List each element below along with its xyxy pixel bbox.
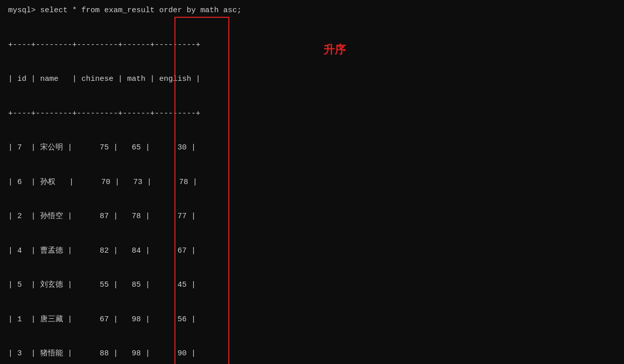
asc-header: | id | name | chinese | math | english | xyxy=(8,74,616,85)
asc-sep-top: +----+--------+---------+------+--------… xyxy=(8,40,616,51)
asc-row-5: | 1 | 唐三藏 | 67 | 98 | 56 | xyxy=(8,314,616,326)
asc-row-2: | 2 | 孙悟空 | 87 | 78 | 77 | xyxy=(8,211,616,223)
asc-row-0: | 7 | 宋公明 | 75 | 65 | 30 | xyxy=(8,142,616,154)
asc-table-section: +----+--------+---------+------+--------… xyxy=(8,17,616,365)
asc-row-1: | 6 | 孙权 | 70 | 73 | 78 | xyxy=(8,177,616,189)
asc-row-4: | 5 | 刘玄德 | 55 | 85 | 45 | xyxy=(8,280,616,291)
asc-sep-mid: +----+--------+---------+------+--------… xyxy=(8,108,616,120)
asc-section: mysql> select * from exam_result order b… xyxy=(8,5,616,364)
query1-line: mysql> select * from exam_result order b… xyxy=(8,5,616,17)
asc-table: +----+--------+---------+------+--------… xyxy=(8,17,616,365)
asc-row-6: | 3 | 猪悟能 | 88 | 98 | 90 | xyxy=(8,348,616,360)
asc-row-3: | 4 | 曹孟德 | 82 | 84 | 67 | xyxy=(8,246,616,257)
asc-annotation: 升序 xyxy=(323,42,346,57)
